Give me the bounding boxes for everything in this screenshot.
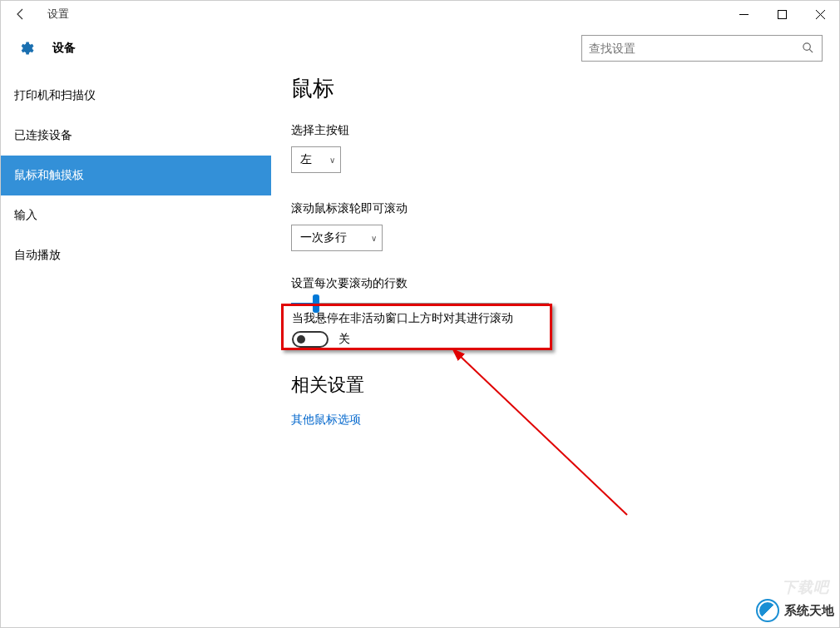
sidebar-item-label: 输入 [14, 208, 37, 223]
sidebar-item-printers[interactable]: 打印机和扫描仪 [1, 76, 271, 116]
sidebar-item-label: 已连接设备 [14, 128, 72, 143]
sidebar: 打印机和扫描仪 已连接设备 鼠标和触摸板 输入 自动播放 [1, 69, 271, 627]
lines-to-scroll-label: 设置每次要滚动的行数 [291, 276, 819, 291]
search-icon[interactable] [802, 42, 815, 55]
hover-scroll-toggle[interactable] [292, 331, 329, 348]
hover-scroll-label: 当我悬停在非活动窗口上方时对其进行滚动 [292, 311, 541, 326]
window-title: 设置 [47, 7, 69, 22]
sidebar-item-label: 自动播放 [14, 248, 61, 263]
watermark-text: 系统天地 [784, 603, 834, 619]
sidebar-item-connected-devices[interactable]: 已连接设备 [1, 116, 271, 156]
annotation-highlight: 当我悬停在非活动窗口上方时对其进行滚动 关 [281, 304, 552, 350]
primary-button-value: 左 [300, 152, 312, 167]
sidebar-item-typing[interactable]: 输入 [1, 195, 271, 235]
watermark-logo-icon [756, 599, 779, 622]
maximize-button[interactable] [763, 1, 801, 27]
sidebar-item-mouse-touchpad[interactable]: 鼠标和触摸板 [1, 156, 271, 195]
search-box[interactable] [581, 35, 823, 62]
sidebar-item-label: 鼠标和触摸板 [14, 168, 84, 183]
hover-scroll-state: 关 [338, 332, 350, 347]
toggle-knob [297, 335, 305, 344]
watermark: 系统天地 [756, 599, 834, 622]
page-title: 鼠标 [291, 74, 819, 103]
svg-line-5 [809, 49, 813, 52]
svg-rect-1 [778, 10, 786, 18]
svg-point-4 [803, 43, 810, 50]
page-category-title: 设备 [52, 41, 76, 56]
chevron-down-icon: ∨ [371, 234, 377, 243]
additional-mouse-options-link[interactable]: 其他鼠标选项 [291, 413, 819, 428]
sidebar-item-autoplay[interactable]: 自动播放 [1, 235, 271, 275]
primary-button-select[interactable]: 左 ∨ [291, 146, 341, 173]
search-input[interactable] [589, 42, 802, 55]
related-settings-heading: 相关设置 [291, 373, 819, 398]
scroll-mode-select[interactable]: 一次多行 ∨ [291, 225, 383, 251]
gear-icon [17, 40, 34, 57]
close-button[interactable] [801, 1, 839, 27]
primary-button-label: 选择主按钮 [291, 123, 819, 138]
scroll-mode-value: 一次多行 [300, 230, 347, 245]
minimize-button[interactable] [724, 1, 763, 27]
scroll-mode-label: 滚动鼠标滚轮即可滚动 [291, 201, 819, 216]
sidebar-item-label: 打印机和扫描仪 [14, 88, 96, 103]
chevron-down-icon: ∨ [329, 156, 335, 165]
watermark-sub: 下载吧 [782, 577, 829, 597]
back-button[interactable] [7, 1, 34, 27]
